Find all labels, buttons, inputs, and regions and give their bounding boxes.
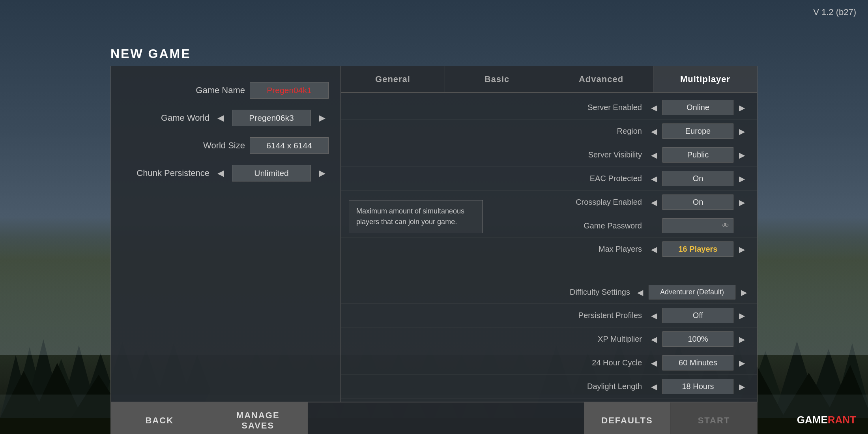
game-world-prev-arrow[interactable]: ◀ — [214, 111, 227, 125]
game-name-label: Game Name — [158, 85, 245, 95]
persistent-profiles-label: Persistent Profiles — [341, 311, 647, 320]
region-value: Europe — [662, 123, 733, 139]
daylight-length-control: ◀ 18 Hours ▶ — [647, 379, 749, 394]
back-button[interactable]: BACK — [110, 402, 209, 434]
tab-multiplayer[interactable]: Multiplayer — [653, 66, 757, 92]
region-next[interactable]: ▶ — [737, 125, 747, 138]
region-prev[interactable]: ◀ — [649, 125, 659, 138]
chunk-persistence-row: Chunk Persistence ◀ Unlimited ▶ — [123, 165, 329, 181]
setting-difficulty: Difficulty Settings ◀ Adventurer (Defaul… — [341, 281, 757, 304]
difficulty-label: Difficulty Settings — [341, 288, 635, 297]
left-panel: Game Name Pregen04k1 Game World ◀ Pregen… — [111, 66, 341, 402]
difficulty-next[interactable]: ▶ — [739, 286, 749, 299]
chunk-persistence-value: Unlimited — [232, 165, 311, 181]
crossplay-enabled-control: ◀ On ▶ — [647, 195, 749, 210]
setting-daylight-length: Daylight Length ◀ 18 Hours ▶ — [341, 375, 757, 398]
version-label: V 1.2 (b27) — [813, 7, 856, 17]
24-hour-cycle-label: 24 Hour Cycle — [341, 358, 647, 367]
game-world-label: Game World — [123, 113, 210, 123]
server-visibility-value: Public — [662, 147, 733, 163]
setting-eac-protected: EAC Protected ◀ On ▶ — [341, 167, 757, 191]
eac-protected-next[interactable]: ▶ — [737, 172, 747, 185]
game-password-control: 👁 — [647, 218, 749, 233]
region-control: ◀ Europe ▶ — [647, 123, 749, 139]
eac-protected-prev[interactable]: ◀ — [649, 172, 659, 185]
setting-persistent-profiles: Persistent Profiles ◀ Off ▶ — [341, 304, 757, 327]
panel-title: NEW GAME — [110, 39, 758, 66]
eac-protected-control: ◀ On ▶ — [647, 171, 749, 186]
game-world-value: Pregen06k3 — [232, 110, 311, 126]
defaults-button[interactable]: DEFAULTS — [584, 402, 671, 434]
chunk-persistence-next-arrow[interactable]: ▶ — [316, 166, 329, 180]
server-enabled-prev[interactable]: ◀ — [649, 101, 659, 114]
tab-general[interactable]: General — [341, 66, 445, 92]
tooltip-box: Maximum amount of simultaneous players t… — [349, 200, 483, 233]
xp-multiplier-next[interactable]: ▶ — [737, 333, 747, 346]
start-button[interactable]: START — [671, 402, 758, 434]
game-world-row: Game World ◀ Pregen06k3 ▶ — [123, 110, 329, 126]
crossplay-enabled-next[interactable]: ▶ — [737, 196, 747, 209]
region-label: Region — [341, 127, 647, 136]
settings-list: Server Enabled ◀ Online ▶ Region ◀ Europ… — [341, 93, 757, 402]
logo-rant: RANT — [828, 414, 856, 426]
tooltip-text: Maximum amount of simultaneous players t… — [356, 207, 464, 226]
daylight-length-value: 18 Hours — [662, 379, 733, 394]
chunk-persistence-prev-arrow[interactable]: ◀ — [214, 166, 227, 180]
tabs-bar: General Basic Advanced Multiplayer — [341, 66, 757, 93]
game-name-row: Game Name Pregen04k1 — [123, 82, 329, 99]
difficulty-control: ◀ Adventurer (Default) ▶ — [635, 285, 749, 299]
daylight-length-label: Daylight Length — [341, 382, 647, 391]
tab-basic[interactable]: Basic — [445, 66, 549, 92]
crossplay-enabled-value: On — [662, 195, 733, 210]
eac-protected-value: On — [662, 171, 733, 186]
tab-advanced[interactable]: Advanced — [549, 66, 653, 92]
max-players-control: ◀ 16 Players ▶ — [647, 241, 749, 257]
setting-24-hour-cycle: 24 Hour Cycle ◀ 60 Minutes ▶ — [341, 351, 757, 375]
server-enabled-label: Server Enabled — [341, 103, 647, 112]
game-world-next-arrow[interactable]: ▶ — [316, 111, 329, 125]
setting-region: Region ◀ Europe ▶ — [341, 120, 757, 143]
xp-multiplier-control: ◀ 100% ▶ — [647, 331, 749, 347]
panel-body: Game Name Pregen04k1 Game World ◀ Pregen… — [110, 66, 758, 402]
gamerant-logo: GAMERANT — [797, 414, 856, 426]
xp-multiplier-value: 100% — [662, 331, 733, 347]
xp-multiplier-label: XP Multiplier — [341, 335, 647, 344]
max-players-prev[interactable]: ◀ — [649, 243, 659, 256]
24-hour-cycle-next[interactable]: ▶ — [737, 357, 747, 369]
server-visibility-next[interactable]: ▶ — [737, 149, 747, 161]
setting-xp-multiplier: XP Multiplier ◀ 100% ▶ — [341, 327, 757, 351]
setting-server-enabled: Server Enabled ◀ Online ▶ — [341, 96, 757, 120]
difficulty-value: Adventurer (Default) — [649, 285, 735, 299]
chunk-persistence-label: Chunk Persistence — [123, 168, 210, 178]
xp-multiplier-prev[interactable]: ◀ — [649, 333, 659, 346]
world-size-label: World Size — [158, 140, 245, 151]
setting-server-visibility: Server Visibility ◀ Public ▶ — [341, 143, 757, 167]
eac-protected-label: EAC Protected — [341, 174, 647, 183]
right-buttons: DEFAULTS START — [308, 402, 758, 434]
persistent-profiles-next[interactable]: ▶ — [737, 309, 747, 322]
24-hour-cycle-prev[interactable]: ◀ — [649, 357, 659, 369]
server-visibility-prev[interactable]: ◀ — [649, 149, 659, 161]
persistent-profiles-control: ◀ Off ▶ — [647, 308, 749, 323]
max-players-label: Max Players — [341, 245, 647, 254]
24-hour-cycle-value: 60 Minutes — [662, 355, 733, 370]
game-name-value[interactable]: Pregen04k1 — [250, 82, 329, 99]
daylight-length-prev[interactable]: ◀ — [649, 380, 659, 393]
eye-icon[interactable]: 👁 — [722, 222, 729, 230]
right-panel: General Basic Advanced Multiplayer Serve… — [341, 66, 757, 402]
persistent-profiles-prev[interactable]: ◀ — [649, 309, 659, 322]
server-enabled-next[interactable]: ▶ — [737, 101, 747, 114]
max-players-next[interactable]: ▶ — [737, 243, 747, 256]
world-size-value: 6144 x 6144 — [250, 137, 329, 154]
server-visibility-label: Server Visibility — [341, 150, 647, 159]
main-panel: NEW GAME Game Name Pregen04k1 Game World… — [110, 39, 758, 395]
server-visibility-control: ◀ Public ▶ — [647, 147, 749, 163]
daylight-length-next[interactable]: ▶ — [737, 380, 747, 393]
setting-max-players: Max Players ◀ 16 Players ▶ — [341, 238, 757, 261]
left-buttons: BACK MANAGE SAVES — [110, 402, 308, 434]
difficulty-prev[interactable]: ◀ — [635, 286, 645, 299]
world-size-row: World Size 6144 x 6144 — [123, 137, 329, 154]
manage-saves-button[interactable]: MANAGE SAVES — [209, 402, 308, 434]
crossplay-enabled-prev[interactable]: ◀ — [649, 196, 659, 209]
game-password-field[interactable]: 👁 — [662, 218, 733, 233]
